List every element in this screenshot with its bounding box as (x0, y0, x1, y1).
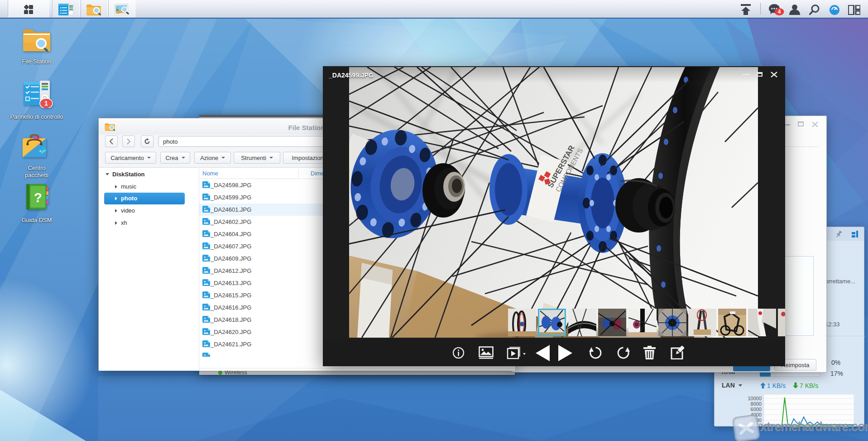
svg-text:1: 1 (44, 99, 48, 107)
svg-text:?: ? (34, 190, 42, 205)
svg-text:4: 4 (778, 9, 781, 15)
